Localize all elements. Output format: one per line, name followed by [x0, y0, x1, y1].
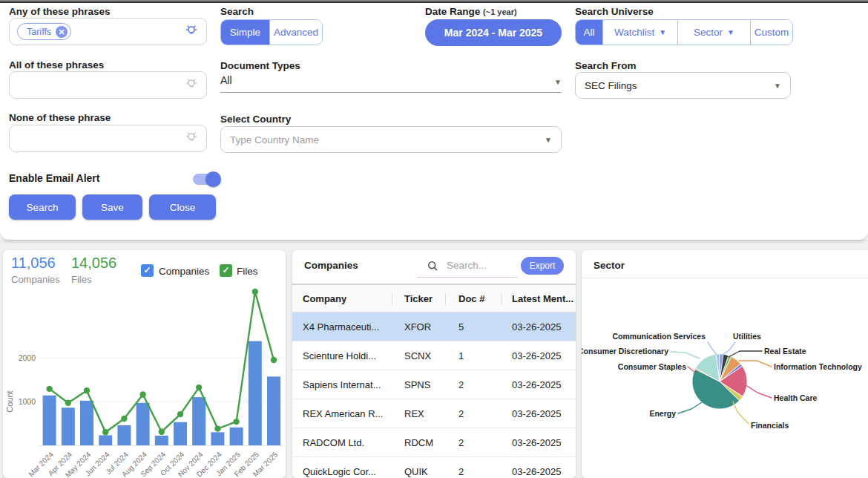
chevron-down-icon: ▼	[774, 82, 781, 90]
search-universe-toggle: All Watchlist ▼ Sector ▼ Custom	[575, 19, 793, 45]
table-header: Company Ticker Doc # Latest Ment...	[292, 284, 576, 312]
cell-c2: 1	[458, 350, 464, 361]
date-range-button[interactable]: Mar 2024 - Mar 2025	[425, 19, 562, 46]
toggle-knob	[206, 171, 221, 187]
email-alert-toggle[interactable]	[193, 174, 220, 185]
search-from-value: SEC Filings	[585, 80, 637, 91]
phrase-chip-label: Tariffs	[27, 27, 51, 37]
document-types-select[interactable]: All ▼	[220, 74, 562, 93]
col-latest[interactable]: Latest Ment...	[512, 293, 573, 304]
cell-c3: 03-26-2025	[512, 321, 562, 333]
cell-c2: 2	[458, 379, 464, 390]
cell-c2: 5	[458, 321, 464, 333]
companies-checkbox-label: Companies	[159, 266, 209, 277]
cell-c1: QUIK	[404, 466, 428, 477]
sector-card: Sector Communication ServicesUtilitiesRe…	[582, 250, 868, 478]
filter-panel: Any of these phrases Tariffs ✕ All of th…	[0, 0, 868, 240]
chevron-down-icon: ▼	[545, 136, 552, 144]
svg-text:1000: 1000	[19, 397, 36, 406]
cell-c2: 2	[458, 437, 464, 448]
date-range-label: Date Range (~1 year)	[425, 6, 517, 17]
col-doc[interactable]: Doc #	[458, 293, 484, 304]
companies-checkbox[interactable]: ✓	[141, 264, 154, 277]
table-row[interactable]: Scienture Holdi...SCNX103-26-2025	[292, 341, 576, 370]
files-checkbox-label: Files	[237, 266, 258, 277]
any-phrases-input[interactable]: Tariffs ✕	[9, 18, 207, 45]
search-underline	[417, 277, 518, 278]
universe-watchlist[interactable]: Watchlist ▼	[602, 20, 677, 45]
cell-c0: Sapiens Internat...	[303, 379, 381, 390]
universe-all[interactable]: All	[576, 20, 602, 45]
cell-c3: 03-26-2025	[512, 350, 562, 361]
svg-text:Health Care: Health Care	[774, 393, 818, 402]
chevron-down-icon: ▼	[727, 28, 734, 36]
dashboard: 11,056 Companies 14,056 Files ✓ Companie…	[0, 240, 868, 478]
table-row[interactable]: X4 Pharmaceuti...XFOR503-26-2025	[292, 312, 576, 341]
any-phrases-label: Any of these phrases	[9, 6, 111, 17]
sector-panel-title: Sector	[594, 260, 625, 271]
search-icon	[427, 261, 438, 275]
none-phrases-input[interactable]	[9, 125, 207, 152]
date-range-note: (~1 year)	[483, 7, 517, 16]
country-placeholder: Type Country Name	[230, 134, 319, 145]
country-input[interactable]: Type Country Name ▼	[220, 126, 562, 153]
search-mode-label: Search	[220, 6, 254, 17]
search-from-select[interactable]: SEC Filings ▼	[575, 72, 791, 99]
svg-text:Real Estate: Real Estate	[764, 347, 806, 356]
table-row[interactable]: Sapiens Internat...SPNS203-26-2025	[292, 370, 576, 399]
svg-text:Utilities: Utilities	[733, 332, 761, 341]
col-ticker[interactable]: Ticker	[404, 293, 433, 304]
window-top-edge	[0, 0, 868, 3]
svg-text:2000: 2000	[19, 353, 36, 362]
cell-c1: RDCM	[404, 437, 433, 448]
table-row[interactable]: QuickLogic Cor...QUIK203-26-2025	[292, 457, 576, 478]
cell-c3: 03-26-2025	[512, 379, 562, 390]
files-count: 14,056	[71, 255, 116, 272]
suggest-bulb-icon[interactable]	[184, 76, 199, 94]
phrase-chip: Tariffs ✕	[17, 23, 71, 40]
cell-c1: SCNX	[404, 350, 431, 361]
search-button[interactable]: Search	[9, 194, 76, 220]
files-checkbox[interactable]: ✓	[220, 264, 232, 277]
chevron-down-icon: ▼	[554, 78, 562, 86]
companies-files-chart: 10002000CountMar 2024Apr 2024May 2024Jun…	[3, 283, 286, 478]
cell-c3: 03-26-2025	[512, 466, 562, 477]
universe-custom[interactable]: Custom	[750, 20, 792, 45]
search-mode-simple[interactable]: Simple	[221, 20, 269, 45]
all-phrases-input[interactable]	[9, 71, 207, 99]
save-button[interactable]: Save	[82, 194, 142, 220]
cell-c0: X4 Pharmaceuti...	[303, 321, 379, 333]
companies-panel-title: Companies	[304, 260, 358, 271]
col-company[interactable]: Company	[303, 293, 346, 304]
cell-c0: QuickLogic Cor...	[303, 466, 376, 477]
suggest-bulb-icon[interactable]	[184, 23, 199, 41]
cell-c0: RADCOM Ltd.	[303, 437, 364, 448]
all-phrases-label: All of these phrases	[9, 59, 104, 71]
close-button[interactable]: Close	[149, 194, 216, 220]
cell-c1: REX	[404, 408, 424, 419]
table-search-input[interactable]: Search...	[447, 260, 487, 271]
svg-text:Count: Count	[5, 390, 14, 412]
svg-text:Communication Services: Communication Services	[613, 332, 706, 341]
results-chart-card: 11,056 Companies 14,056 Files ✓ Companie…	[3, 250, 286, 478]
svg-text:Energy: Energy	[649, 409, 676, 418]
suggest-bulb-icon[interactable]	[184, 130, 199, 148]
chip-remove-icon[interactable]: ✕	[56, 26, 68, 38]
document-types-label: Document Types	[220, 60, 300, 71]
svg-text:Financials: Financials	[751, 421, 789, 430]
export-button[interactable]: Export	[521, 257, 564, 275]
cell-c1: SPNS	[404, 379, 430, 390]
companies-table-card: Companies Search... Export Company Ticke…	[292, 250, 576, 478]
svg-text:Information Technology: Information Technology	[774, 362, 862, 371]
companies-count: 11,056	[11, 255, 56, 272]
svg-text:Consumer Staples: Consumer Staples	[618, 362, 686, 371]
universe-sector[interactable]: Sector ▼	[677, 20, 750, 45]
table-row[interactable]: REX American R...REX203-26-2025	[292, 399, 576, 428]
chevron-down-icon: ▼	[659, 28, 666, 36]
table-row[interactable]: RADCOM Ltd.RDCM203-26-2025	[292, 428, 576, 457]
svg-text:Consumer Discretionary: Consumer Discretionary	[582, 347, 668, 356]
select-country-label: Select Country	[220, 114, 291, 125]
search-mode-advanced[interactable]: Advanced	[269, 20, 322, 45]
screen: Any of these phrases Tariffs ✕ All of th…	[0, 0, 868, 478]
cell-c3: 03-26-2025	[512, 408, 562, 419]
